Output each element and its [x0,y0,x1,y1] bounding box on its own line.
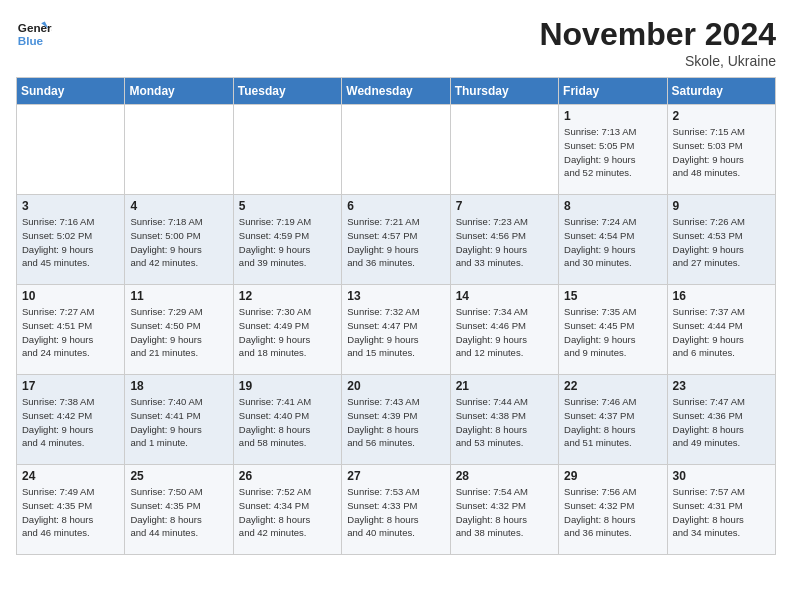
table-cell: 5Sunrise: 7:19 AM Sunset: 4:59 PM Daylig… [233,195,341,285]
day-info: Sunrise: 7:47 AM Sunset: 4:36 PM Dayligh… [673,395,770,450]
table-cell: 6Sunrise: 7:21 AM Sunset: 4:57 PM Daylig… [342,195,450,285]
day-info: Sunrise: 7:26 AM Sunset: 4:53 PM Dayligh… [673,215,770,270]
day-info: Sunrise: 7:50 AM Sunset: 4:35 PM Dayligh… [130,485,227,540]
table-cell: 3Sunrise: 7:16 AM Sunset: 5:02 PM Daylig… [17,195,125,285]
table-cell: 16Sunrise: 7:37 AM Sunset: 4:44 PM Dayli… [667,285,775,375]
day-info: Sunrise: 7:18 AM Sunset: 5:00 PM Dayligh… [130,215,227,270]
table-cell: 7Sunrise: 7:23 AM Sunset: 4:56 PM Daylig… [450,195,558,285]
day-number: 12 [239,289,336,303]
header-tuesday: Tuesday [233,78,341,105]
day-number: 16 [673,289,770,303]
header-friday: Friday [559,78,667,105]
logo-icon: General Blue [16,16,52,52]
calendar-table: Sunday Monday Tuesday Wednesday Thursday… [16,77,776,555]
day-info: Sunrise: 7:52 AM Sunset: 4:34 PM Dayligh… [239,485,336,540]
calendar-header: Sunday Monday Tuesday Wednesday Thursday… [17,78,776,105]
day-info: Sunrise: 7:44 AM Sunset: 4:38 PM Dayligh… [456,395,553,450]
table-cell [125,105,233,195]
table-cell: 17Sunrise: 7:38 AM Sunset: 4:42 PM Dayli… [17,375,125,465]
day-info: Sunrise: 7:15 AM Sunset: 5:03 PM Dayligh… [673,125,770,180]
day-info: Sunrise: 7:57 AM Sunset: 4:31 PM Dayligh… [673,485,770,540]
table-cell: 23Sunrise: 7:47 AM Sunset: 4:36 PM Dayli… [667,375,775,465]
day-info: Sunrise: 7:30 AM Sunset: 4:49 PM Dayligh… [239,305,336,360]
day-info: Sunrise: 7:23 AM Sunset: 4:56 PM Dayligh… [456,215,553,270]
table-cell: 15Sunrise: 7:35 AM Sunset: 4:45 PM Dayli… [559,285,667,375]
table-cell: 2Sunrise: 7:15 AM Sunset: 5:03 PM Daylig… [667,105,775,195]
day-number: 2 [673,109,770,123]
day-info: Sunrise: 7:35 AM Sunset: 4:45 PM Dayligh… [564,305,661,360]
day-number: 10 [22,289,119,303]
day-info: Sunrise: 7:34 AM Sunset: 4:46 PM Dayligh… [456,305,553,360]
logo: General Blue [16,16,52,52]
day-number: 18 [130,379,227,393]
table-cell: 20Sunrise: 7:43 AM Sunset: 4:39 PM Dayli… [342,375,450,465]
table-cell: 18Sunrise: 7:40 AM Sunset: 4:41 PM Dayli… [125,375,233,465]
day-info: Sunrise: 7:37 AM Sunset: 4:44 PM Dayligh… [673,305,770,360]
day-info: Sunrise: 7:13 AM Sunset: 5:05 PM Dayligh… [564,125,661,180]
day-info: Sunrise: 7:46 AM Sunset: 4:37 PM Dayligh… [564,395,661,450]
day-number: 9 [673,199,770,213]
day-info: Sunrise: 7:27 AM Sunset: 4:51 PM Dayligh… [22,305,119,360]
table-cell: 14Sunrise: 7:34 AM Sunset: 4:46 PM Dayli… [450,285,558,375]
day-number: 6 [347,199,444,213]
table-cell: 10Sunrise: 7:27 AM Sunset: 4:51 PM Dayli… [17,285,125,375]
day-info: Sunrise: 7:24 AM Sunset: 4:54 PM Dayligh… [564,215,661,270]
day-number: 1 [564,109,661,123]
day-number: 8 [564,199,661,213]
table-cell: 29Sunrise: 7:56 AM Sunset: 4:32 PM Dayli… [559,465,667,555]
day-number: 15 [564,289,661,303]
day-number: 21 [456,379,553,393]
title-block: November 2024 Skole, Ukraine [539,16,776,69]
table-cell [17,105,125,195]
svg-text:General: General [18,21,52,34]
table-cell: 24Sunrise: 7:49 AM Sunset: 4:35 PM Dayli… [17,465,125,555]
calendar-body: 1Sunrise: 7:13 AM Sunset: 5:05 PM Daylig… [17,105,776,555]
day-info: Sunrise: 7:29 AM Sunset: 4:50 PM Dayligh… [130,305,227,360]
day-info: Sunrise: 7:38 AM Sunset: 4:42 PM Dayligh… [22,395,119,450]
day-info: Sunrise: 7:21 AM Sunset: 4:57 PM Dayligh… [347,215,444,270]
day-number: 3 [22,199,119,213]
table-cell: 13Sunrise: 7:32 AM Sunset: 4:47 PM Dayli… [342,285,450,375]
day-number: 14 [456,289,553,303]
table-cell: 26Sunrise: 7:52 AM Sunset: 4:34 PM Dayli… [233,465,341,555]
day-number: 26 [239,469,336,483]
table-cell: 21Sunrise: 7:44 AM Sunset: 4:38 PM Dayli… [450,375,558,465]
table-cell: 25Sunrise: 7:50 AM Sunset: 4:35 PM Dayli… [125,465,233,555]
table-cell: 8Sunrise: 7:24 AM Sunset: 4:54 PM Daylig… [559,195,667,285]
header-sunday: Sunday [17,78,125,105]
table-cell [342,105,450,195]
day-number: 20 [347,379,444,393]
day-number: 22 [564,379,661,393]
day-number: 5 [239,199,336,213]
table-cell: 11Sunrise: 7:29 AM Sunset: 4:50 PM Dayli… [125,285,233,375]
day-info: Sunrise: 7:32 AM Sunset: 4:47 PM Dayligh… [347,305,444,360]
day-info: Sunrise: 7:43 AM Sunset: 4:39 PM Dayligh… [347,395,444,450]
header-saturday: Saturday [667,78,775,105]
day-info: Sunrise: 7:53 AM Sunset: 4:33 PM Dayligh… [347,485,444,540]
day-info: Sunrise: 7:54 AM Sunset: 4:32 PM Dayligh… [456,485,553,540]
table-cell: 28Sunrise: 7:54 AM Sunset: 4:32 PM Dayli… [450,465,558,555]
table-cell: 30Sunrise: 7:57 AM Sunset: 4:31 PM Dayli… [667,465,775,555]
day-number: 4 [130,199,227,213]
month-title: November 2024 [539,16,776,53]
header-monday: Monday [125,78,233,105]
day-number: 30 [673,469,770,483]
table-cell: 27Sunrise: 7:53 AM Sunset: 4:33 PM Dayli… [342,465,450,555]
day-number: 23 [673,379,770,393]
day-info: Sunrise: 7:19 AM Sunset: 4:59 PM Dayligh… [239,215,336,270]
table-cell: 12Sunrise: 7:30 AM Sunset: 4:49 PM Dayli… [233,285,341,375]
day-info: Sunrise: 7:41 AM Sunset: 4:40 PM Dayligh… [239,395,336,450]
table-cell: 4Sunrise: 7:18 AM Sunset: 5:00 PM Daylig… [125,195,233,285]
day-number: 7 [456,199,553,213]
day-info: Sunrise: 7:56 AM Sunset: 4:32 PM Dayligh… [564,485,661,540]
day-number: 24 [22,469,119,483]
table-cell [450,105,558,195]
svg-text:Blue: Blue [18,34,44,47]
page-header: General Blue November 2024 Skole, Ukrain… [16,16,776,69]
day-info: Sunrise: 7:49 AM Sunset: 4:35 PM Dayligh… [22,485,119,540]
day-info: Sunrise: 7:16 AM Sunset: 5:02 PM Dayligh… [22,215,119,270]
table-cell [233,105,341,195]
day-number: 27 [347,469,444,483]
day-number: 11 [130,289,227,303]
table-cell: 1Sunrise: 7:13 AM Sunset: 5:05 PM Daylig… [559,105,667,195]
